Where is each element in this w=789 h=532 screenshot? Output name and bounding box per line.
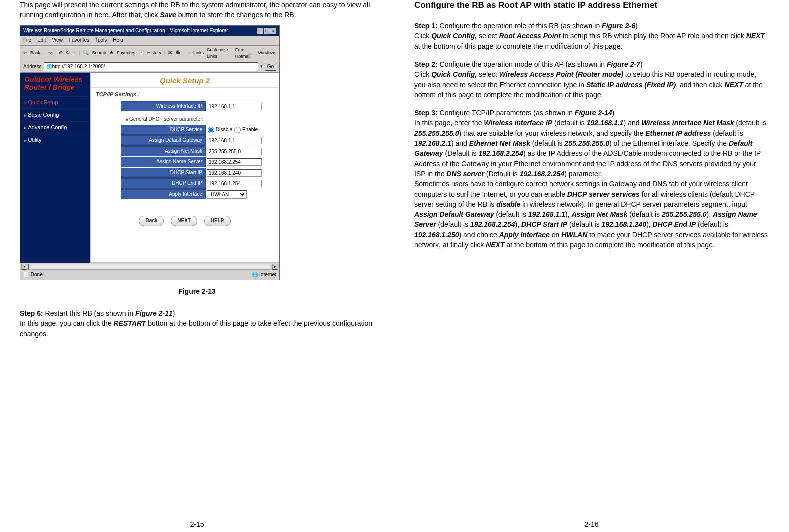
nav-basic-config[interactable]: Basic Config — [20, 109, 90, 121]
favorites-icon[interactable]: ★ — [110, 49, 114, 57]
favorites-label[interactable]: Favorites — [117, 50, 136, 56]
right-heading: Configure the RB as Root AP with static … — [414, 0, 769, 11]
go-button[interactable]: Go — [265, 63, 276, 71]
status-zone: 🌐 Internet — [252, 271, 276, 279]
dropdown-icon[interactable]: ▾ — [260, 63, 263, 70]
input-assign-nameserver[interactable] — [207, 158, 262, 166]
scroll-right-icon[interactable]: ▸ — [272, 264, 278, 270]
row-assign-gateway: Assign Default Gateway — [91, 135, 279, 146]
next-button[interactable]: NEXT — [171, 216, 198, 226]
brand-logo: Outdoor Wireless Router / Bridge — [20, 73, 90, 96]
row-assign-netmask: Assign Net Mask — [91, 146, 279, 157]
radio-enable-wrap: Enable — [232, 125, 258, 135]
browser-content: Outdoor Wireless Router / Bridge Quick S… — [20, 73, 280, 263]
embedded-screenshot: Wireless Router/Bridge Remote Management… — [20, 25, 280, 280]
input-assign-gateway[interactable] — [207, 137, 262, 144]
links-label: Links — [194, 50, 204, 56]
back-button[interactable]: Back — [139, 216, 164, 226]
page-left: This page will present the current setti… — [0, 0, 394, 532]
refresh-icon[interactable]: ↻ — [66, 49, 70, 57]
row-dhcp-end: DHCP End IP — [91, 178, 279, 189]
history-icon[interactable]: 🕘 — [138, 49, 144, 57]
link-windows[interactable]: Windows — [258, 50, 276, 56]
intro-post: button to store the changes to the RB. — [176, 11, 296, 19]
page-number-left: 2-15 — [0, 519, 394, 529]
menu-edit[interactable]: Edit — [38, 37, 46, 44]
step6-heading: Step 6: Restart this RB (as shown in Fig… — [20, 308, 374, 318]
toolbar: ⇦Back · ⇨ · ⊘ ↻ ⌂ | 🔍Search ★Favorites 🕘… — [20, 46, 280, 61]
page-number-right: 2-16 — [394, 519, 789, 529]
page-right: Configure the RB as Root AP with static … — [394, 0, 789, 532]
help-button[interactable]: HELP — [204, 216, 231, 226]
menubar: File Edit View Favorites Tools Help — [20, 36, 280, 46]
maximize-button[interactable]: □ — [264, 28, 270, 34]
nav-advance-config[interactable]: Advance Config — [20, 121, 90, 134]
input-dhcp-end[interactable] — [207, 180, 262, 187]
address-input[interactable]: 🌐 http://192.168.2.1:2000/ — [44, 62, 258, 72]
main-panel: Quick Setup 2 TCP/IP Settings : Wireless… — [90, 73, 280, 263]
label-dhcp-service: DHCP Service — [121, 125, 206, 135]
row-apply-interface: Apply Interface HWLAN — [91, 189, 279, 200]
menu-view[interactable]: View — [52, 37, 63, 44]
radio-disable[interactable] — [208, 127, 214, 133]
menu-help[interactable]: Help — [113, 37, 124, 44]
window-titlebar: Wireless Router/Bridge Remote Management… — [20, 26, 280, 36]
scroll-left-icon[interactable]: ◂ — [22, 264, 28, 270]
row-dhcp-start: DHCP Start IP — [91, 168, 279, 178]
statusbar: 📄 Done 🌐 Internet — [20, 270, 280, 280]
scroll-track[interactable] — [28, 264, 272, 270]
home-icon[interactable]: ⌂ — [73, 49, 76, 57]
button-row: Back NEXT HELP — [91, 200, 279, 229]
back-icon[interactable]: ⇦ — [24, 49, 28, 57]
row-dhcp-service: DHCP Service Disable Enable — [91, 125, 279, 135]
radio-disable-wrap: Disable — [206, 125, 232, 135]
sidebar: Outdoor Wireless Router / Bridge Quick S… — [20, 73, 90, 263]
link-hotmail[interactable]: Free Hotmail — [236, 47, 256, 60]
step2: Step 2: Configure the operation mode of … — [414, 59, 769, 100]
globe-icon: 🌐 — [46, 63, 52, 71]
minimize-button[interactable]: _ — [258, 28, 264, 34]
back-label[interactable]: Back — [30, 50, 40, 56]
forward-icon[interactable]: ⇨ — [48, 49, 52, 57]
menu-favorites[interactable]: Favorites — [69, 37, 90, 44]
tcpip-settings-label: TCP/IP Settings : — [91, 88, 279, 101]
step1: Step 1: Configure the operation role of … — [414, 21, 769, 51]
label-dhcp-end: DHCP End IP — [121, 178, 206, 189]
label-dhcp-start: DHCP Start IP — [121, 168, 206, 178]
step3: Step 3: Configure TCP/IP parameters (as … — [414, 108, 769, 250]
row-wireless-ip: Wireless Interface IP — [91, 101, 279, 112]
page-icon: 📄 — [24, 272, 31, 277]
row-assign-nameserver: Assign Name Server — [91, 157, 279, 167]
nav-quick-setup[interactable]: Quick Setup — [20, 96, 90, 109]
globe-icon: 🌐 — [252, 272, 260, 277]
window-title: Wireless Router/Bridge Remote Management… — [24, 27, 228, 35]
menu-file[interactable]: File — [24, 37, 32, 44]
print-icon[interactable]: 🖶 — [176, 49, 180, 57]
close-button[interactable]: × — [270, 28, 276, 34]
save-word: Save — [160, 11, 176, 19]
history-label[interactable]: History — [148, 50, 162, 56]
link-customize[interactable]: Customize Links — [207, 47, 232, 60]
label-assign-nameserver: Assign Name Server — [121, 157, 206, 167]
input-wireless-ip[interactable] — [207, 103, 262, 110]
status-done: 📄 Done — [24, 271, 43, 279]
figure-caption: Figure 2-13 — [20, 286, 374, 296]
input-dhcp-start[interactable] — [207, 169, 262, 177]
nav-utility[interactable]: Utility — [20, 134, 90, 146]
search-icon[interactable]: 🔍 — [83, 49, 89, 57]
intro-paragraph: This page will present the current setti… — [20, 0, 374, 20]
horizontal-scrollbar[interactable]: ◂ ▸ — [20, 263, 280, 270]
window-controls: _□× — [257, 27, 276, 35]
select-apply-interface[interactable]: HWLAN — [207, 190, 247, 199]
input-assign-netmask[interactable] — [207, 148, 262, 155]
label-apply-interface: Apply Interface — [121, 189, 206, 200]
radio-enable[interactable] — [234, 127, 241, 133]
step6-label: Step 6: — [20, 309, 44, 317]
dhcp-section-header: General DHCP server parameter: — [91, 112, 279, 124]
address-label: Address — [24, 63, 42, 71]
search-label[interactable]: Search — [92, 50, 106, 56]
menu-tools[interactable]: Tools — [96, 37, 107, 44]
stop-icon[interactable]: ⊘ — [59, 49, 63, 57]
panel-title: Quick Setup 2 — [91, 73, 279, 88]
mail-icon[interactable]: ✉ — [168, 49, 172, 57]
